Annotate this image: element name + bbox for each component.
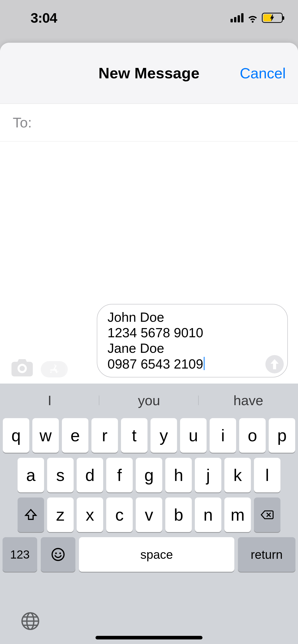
shift-key[interactable] bbox=[18, 497, 44, 532]
key-k[interactable]: k bbox=[224, 458, 251, 492]
emoji-icon bbox=[51, 547, 65, 562]
key-a[interactable]: a bbox=[18, 458, 44, 492]
key-d[interactable]: d bbox=[77, 458, 103, 492]
return-key[interactable]: return bbox=[238, 537, 295, 572]
arrow-up-icon bbox=[270, 359, 279, 369]
svg-point-0 bbox=[52, 549, 64, 561]
send-button[interactable] bbox=[265, 355, 284, 373]
key-o[interactable]: o bbox=[239, 418, 266, 453]
suggestion-bar: I you have bbox=[0, 385, 298, 416]
page-title: New Message bbox=[99, 64, 200, 82]
charging-icon bbox=[270, 14, 275, 21]
composer-bar: John Doe 1234 5678 9010 Jane Doe 0987 65… bbox=[0, 307, 298, 384]
key-x[interactable]: x bbox=[77, 497, 103, 532]
backspace-key[interactable] bbox=[254, 497, 280, 532]
app-store-button[interactable] bbox=[41, 361, 68, 377]
key-i[interactable]: i bbox=[210, 418, 236, 453]
emoji-key[interactable] bbox=[41, 537, 75, 572]
home-indicator[interactable] bbox=[96, 636, 202, 639]
key-f[interactable]: f bbox=[106, 458, 133, 492]
battery-icon bbox=[262, 13, 283, 23]
suggestion[interactable]: have bbox=[199, 392, 298, 408]
key-j[interactable]: j bbox=[195, 458, 221, 492]
suggestion[interactable]: I bbox=[0, 392, 99, 408]
svg-point-1 bbox=[55, 552, 57, 554]
key-q[interactable]: q bbox=[3, 418, 29, 453]
key-z[interactable]: z bbox=[47, 497, 74, 532]
cancel-button[interactable]: Cancel bbox=[240, 65, 286, 82]
status-time: 3:04 bbox=[31, 10, 57, 26]
key-c[interactable]: c bbox=[106, 497, 133, 532]
message-line: 0987 6543 2109 bbox=[107, 356, 277, 372]
camera-icon bbox=[11, 359, 33, 376]
key-row: a s d f g h j k l bbox=[3, 458, 295, 492]
key-h[interactable]: h bbox=[165, 458, 192, 492]
message-input[interactable]: John Doe 1234 5678 9010 Jane Doe 0987 65… bbox=[97, 304, 288, 377]
camera-button[interactable] bbox=[10, 358, 34, 377]
svg-point-2 bbox=[59, 552, 61, 554]
cellular-icon bbox=[231, 13, 243, 22]
key-l[interactable]: l bbox=[254, 458, 280, 492]
message-line: John Doe bbox=[107, 310, 277, 325]
shift-icon bbox=[24, 508, 38, 522]
message-line: 1234 5678 9010 bbox=[107, 325, 277, 341]
key-r[interactable]: r bbox=[91, 418, 118, 453]
to-field[interactable]: To: bbox=[0, 104, 298, 141]
globe-icon[interactable] bbox=[20, 611, 40, 631]
status-bar: 3:04 bbox=[0, 0, 298, 36]
key-row: q w e r t y u i o p bbox=[3, 418, 295, 453]
key-s[interactable]: s bbox=[47, 458, 74, 492]
key-p[interactable]: p bbox=[269, 418, 295, 453]
keyboard: I you have q w e r t y u i o p a s d f bbox=[0, 384, 298, 644]
app-store-icon bbox=[49, 364, 60, 375]
key-u[interactable]: u bbox=[180, 418, 207, 453]
key-n[interactable]: n bbox=[195, 497, 221, 532]
wifi-icon bbox=[247, 12, 258, 23]
key-row: 123 space return bbox=[3, 537, 295, 572]
space-key[interactable]: space bbox=[79, 537, 234, 572]
key-t[interactable]: t bbox=[121, 418, 147, 453]
key-v[interactable]: v bbox=[136, 497, 162, 532]
key-w[interactable]: w bbox=[32, 418, 59, 453]
key-m[interactable]: m bbox=[224, 497, 251, 532]
message-line: Jane Doe bbox=[107, 341, 277, 356]
key-g[interactable]: g bbox=[136, 458, 162, 492]
status-icons bbox=[231, 12, 283, 23]
sheet-header: New Message Cancel bbox=[0, 43, 298, 104]
key-b[interactable]: b bbox=[165, 497, 192, 532]
to-label: To: bbox=[13, 114, 32, 131]
key-e[interactable]: e bbox=[62, 418, 88, 453]
key-row: z x c v b n m bbox=[3, 497, 295, 532]
numeric-key[interactable]: 123 bbox=[3, 537, 37, 572]
suggestion[interactable]: you bbox=[99, 392, 199, 408]
key-y[interactable]: y bbox=[151, 418, 177, 453]
backspace-icon bbox=[260, 508, 274, 522]
